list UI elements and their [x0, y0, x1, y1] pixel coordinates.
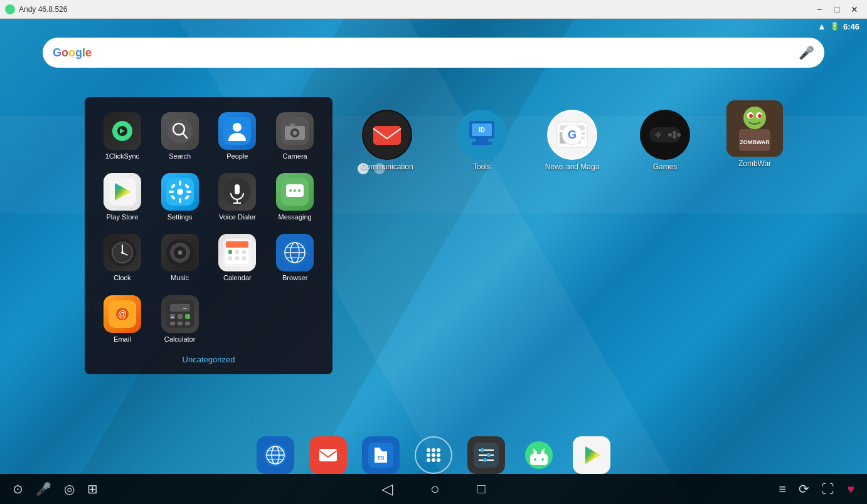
desktop-icon-zombwar[interactable]: ZOMBWAR ZombWar — [726, 100, 783, 168]
svg-rect-49 — [228, 256, 232, 260]
dock-icon-esfile[interactable]: ES — [362, 436, 400, 474]
nav-center-controls: ◁ ○ □ — [381, 480, 486, 498]
dock-icon-launcher[interactable] — [415, 436, 452, 474]
maximize-button[interactable]: □ — [829, 3, 844, 16]
svg-point-1 — [168, 118, 193, 144]
app-item-calculator[interactable]: – + Calculator — [152, 290, 208, 349]
dock-icon-settings2[interactable] — [467, 436, 505, 474]
app-dock: ES — [257, 436, 610, 474]
desktop-icon-games[interactable]: Games — [634, 110, 696, 171]
app-label-playstore: Play Store — [107, 213, 139, 221]
svg-text:ID: ID — [479, 127, 485, 134]
app-item-email[interactable]: @ Email — [95, 290, 150, 349]
fullscreen-icon[interactable]: ⛶ — [822, 482, 834, 496]
icon-voicedialer — [218, 173, 256, 211]
record-icon[interactable]: ⊙ — [13, 481, 23, 496]
svg-rect-67 — [170, 322, 175, 325]
svg-point-114 — [427, 448, 430, 452]
network-icon[interactable]: ⊞ — [87, 481, 98, 496]
svg-point-118 — [432, 453, 435, 457]
svg-rect-45 — [226, 248, 248, 264]
close-button[interactable]: ✕ — [847, 3, 862, 16]
menu-icon[interactable]: ≡ — [779, 482, 786, 496]
clock-time: 6:46 — [843, 22, 859, 31]
app-item-voicedialer[interactable]: Voice Dialer — [210, 168, 265, 226]
overview-button[interactable]: □ — [477, 481, 486, 497]
desktop-label-news: News and Maga — [545, 162, 600, 171]
app-item-messaging[interactable]: Messaging — [267, 168, 322, 226]
title-bar: Andy 46.8.526 − □ ✕ — [0, 0, 867, 19]
minimize-button[interactable]: − — [812, 3, 827, 16]
svg-rect-50 — [235, 256, 239, 260]
desktop-label-tools: Tools — [473, 162, 491, 171]
dock-icon-gmail[interactable] — [309, 436, 347, 474]
svg-point-10 — [293, 131, 297, 135]
dock-icon-browser[interactable] — [257, 436, 294, 474]
app-item-search[interactable]: Search — [152, 107, 208, 165]
svg-point-115 — [432, 448, 435, 452]
back-button[interactable]: ◁ — [381, 480, 393, 498]
app-item-people[interactable]: People — [210, 107, 265, 165]
heart-icon[interactable]: ♥ — [847, 482, 854, 496]
app-label-calculator: Calculator — [164, 335, 196, 344]
status-bar: ▲ 🔋 6:46 — [817, 19, 867, 34]
svg-rect-95 — [657, 132, 659, 138]
nav-right-controls: ≡ ⟳ ⛶ ♥ — [779, 481, 854, 496]
desktop-icon-communication[interactable]: Communication — [356, 110, 418, 171]
svg-rect-65 — [178, 314, 183, 319]
app-label-email: Email — [114, 335, 131, 344]
app-label-settings: Settings — [168, 213, 193, 221]
wifi-icon: ▲ — [817, 21, 826, 31]
app-item-playstore[interactable]: Play Store — [95, 168, 150, 226]
svg-rect-11 — [290, 123, 295, 127]
desktop-icon-news[interactable]: G News and Maga — [541, 110, 604, 171]
desktop-label-games: Games — [653, 162, 678, 171]
crosshair-icon[interactable]: ◎ — [64, 481, 75, 496]
home-button[interactable]: ○ — [430, 480, 440, 498]
uncategorized-label: Uncategorized — [95, 355, 322, 364]
app-label-music: Music — [171, 274, 189, 282]
svg-rect-15 — [179, 181, 181, 186]
icon-clock — [104, 234, 141, 271]
battery-icon: 🔋 — [830, 22, 839, 31]
icon-browser — [276, 234, 314, 271]
dock-icon-android[interactable] — [520, 436, 558, 474]
rotate-icon[interactable]: ⟳ — [799, 481, 809, 496]
app-item-browser[interactable]: Browser — [267, 229, 322, 287]
app-item-music[interactable]: Music — [152, 229, 208, 287]
app-item-calendar[interactable]: Calendar — [210, 229, 265, 287]
svg-text:@: @ — [118, 309, 127, 319]
mic-nav-icon[interactable]: 🎤 — [36, 481, 51, 496]
svg-rect-69 — [185, 322, 190, 325]
svg-rect-51 — [242, 256, 246, 260]
app-item-settings[interactable]: Settings — [152, 168, 208, 226]
svg-point-116 — [437, 448, 440, 452]
svg-point-14 — [177, 189, 183, 195]
desktop-label-communication: Communication — [361, 162, 413, 171]
app-item-clock[interactable]: Clock — [95, 229, 150, 287]
svg-rect-18 — [186, 191, 191, 193]
mic-icon[interactable]: 🎤 — [799, 45, 814, 60]
app-grid: 1ClickSync Search — [95, 107, 322, 349]
svg-rect-62 — [170, 304, 190, 312]
svg-rect-131 — [530, 454, 548, 465]
desktop-icon-tools[interactable]: ID Tools — [450, 110, 513, 171]
svg-rect-24 — [235, 184, 240, 194]
svg-rect-44 — [226, 241, 248, 248]
svg-rect-68 — [178, 322, 183, 325]
app-item-1clicksync[interactable]: 1ClickSync — [95, 107, 150, 165]
app-label-calendar: Calendar — [223, 274, 252, 282]
svg-rect-72 — [373, 126, 401, 145]
icon-tools-bg: ID — [457, 110, 507, 160]
svg-point-101 — [758, 114, 762, 118]
nav-bar: ⊙ 🎤 ◎ ⊞ ◁ ○ □ ≡ ⟳ ⛶ ♥ — [0, 474, 867, 504]
window-controls: − □ ✕ — [812, 3, 862, 16]
app-item-camera[interactable]: Camera — [267, 107, 322, 165]
icon-calendar — [218, 234, 256, 271]
svg-point-119 — [437, 453, 440, 457]
icon-communication-bg — [362, 110, 412, 160]
dock-icon-playstore2[interactable] — [573, 436, 610, 474]
icon-playstore — [104, 173, 141, 211]
svg-rect-66 — [185, 314, 190, 319]
google-search-bar[interactable]: Google 🎤 — [43, 38, 824, 68]
